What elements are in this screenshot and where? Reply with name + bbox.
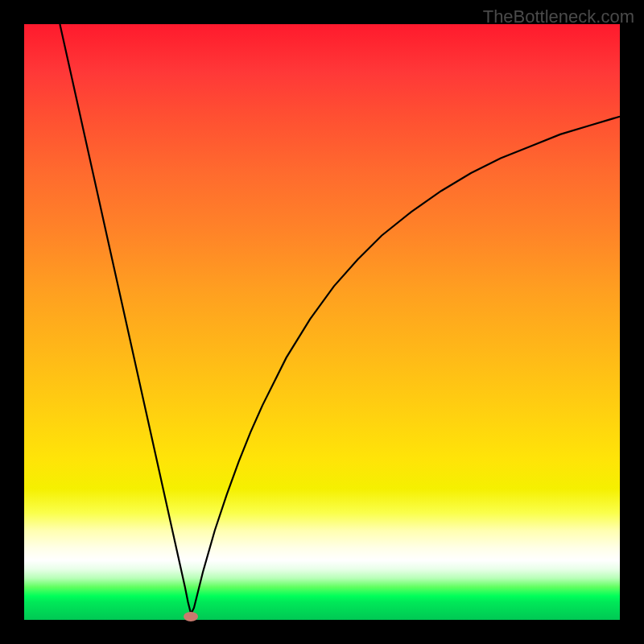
curve-svg xyxy=(24,24,620,620)
bottleneck-curve xyxy=(60,24,620,614)
chart-plot-area xyxy=(24,24,620,620)
optimal-point-marker xyxy=(184,612,198,621)
watermark-text: TheBottleneck.com xyxy=(483,6,634,27)
